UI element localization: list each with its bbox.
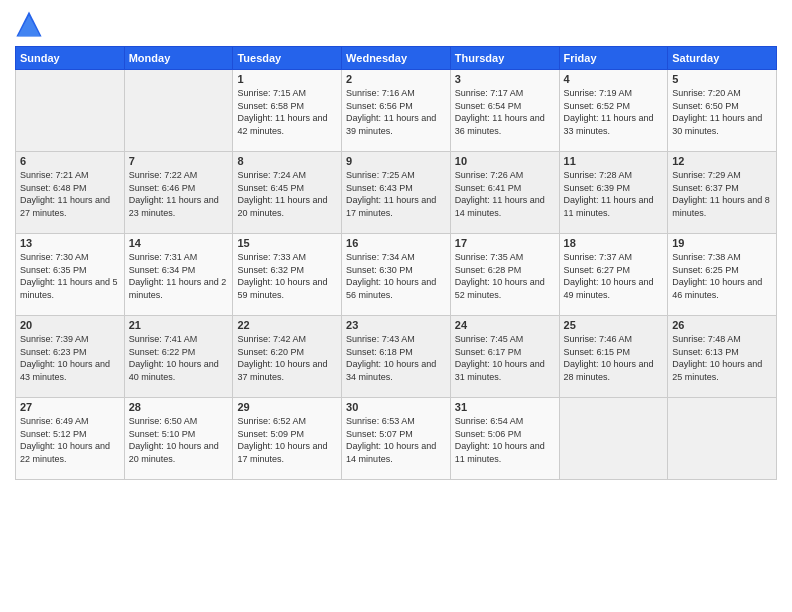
logo-icon xyxy=(15,10,43,38)
calendar-cell: 28Sunrise: 6:50 AM Sunset: 5:10 PM Dayli… xyxy=(124,398,233,480)
day-number: 28 xyxy=(129,401,229,413)
cell-content: Sunrise: 7:48 AM Sunset: 6:13 PM Dayligh… xyxy=(672,333,772,383)
weekday-header-tuesday: Tuesday xyxy=(233,47,342,70)
day-number: 5 xyxy=(672,73,772,85)
calendar-cell: 3Sunrise: 7:17 AM Sunset: 6:54 PM Daylig… xyxy=(450,70,559,152)
calendar-cell: 18Sunrise: 7:37 AM Sunset: 6:27 PM Dayli… xyxy=(559,234,668,316)
calendar-cell: 11Sunrise: 7:28 AM Sunset: 6:39 PM Dayli… xyxy=(559,152,668,234)
weekday-header-wednesday: Wednesday xyxy=(342,47,451,70)
calendar-table: SundayMondayTuesdayWednesdayThursdayFrid… xyxy=(15,46,777,480)
day-number: 11 xyxy=(564,155,664,167)
weekday-row: SundayMondayTuesdayWednesdayThursdayFrid… xyxy=(16,47,777,70)
cell-content: Sunrise: 7:46 AM Sunset: 6:15 PM Dayligh… xyxy=(564,333,664,383)
calendar-week-1: 1Sunrise: 7:15 AM Sunset: 6:58 PM Daylig… xyxy=(16,70,777,152)
calendar-cell: 20Sunrise: 7:39 AM Sunset: 6:23 PM Dayli… xyxy=(16,316,125,398)
day-number: 4 xyxy=(564,73,664,85)
cell-content: Sunrise: 7:37 AM Sunset: 6:27 PM Dayligh… xyxy=(564,251,664,301)
weekday-header-sunday: Sunday xyxy=(16,47,125,70)
calendar-header: SundayMondayTuesdayWednesdayThursdayFrid… xyxy=(16,47,777,70)
calendar-cell: 24Sunrise: 7:45 AM Sunset: 6:17 PM Dayli… xyxy=(450,316,559,398)
calendar-cell xyxy=(559,398,668,480)
day-number: 12 xyxy=(672,155,772,167)
day-number: 22 xyxy=(237,319,337,331)
calendar-cell: 7Sunrise: 7:22 AM Sunset: 6:46 PM Daylig… xyxy=(124,152,233,234)
calendar-cell: 17Sunrise: 7:35 AM Sunset: 6:28 PM Dayli… xyxy=(450,234,559,316)
day-number: 1 xyxy=(237,73,337,85)
day-number: 19 xyxy=(672,237,772,249)
calendar-cell: 1Sunrise: 7:15 AM Sunset: 6:58 PM Daylig… xyxy=(233,70,342,152)
day-number: 10 xyxy=(455,155,555,167)
day-number: 29 xyxy=(237,401,337,413)
weekday-header-thursday: Thursday xyxy=(450,47,559,70)
day-number: 14 xyxy=(129,237,229,249)
calendar-cell: 31Sunrise: 6:54 AM Sunset: 5:06 PM Dayli… xyxy=(450,398,559,480)
calendar-week-5: 27Sunrise: 6:49 AM Sunset: 5:12 PM Dayli… xyxy=(16,398,777,480)
day-number: 30 xyxy=(346,401,446,413)
day-number: 2 xyxy=(346,73,446,85)
weekday-header-monday: Monday xyxy=(124,47,233,70)
day-number: 24 xyxy=(455,319,555,331)
day-number: 8 xyxy=(237,155,337,167)
calendar-cell: 22Sunrise: 7:42 AM Sunset: 6:20 PM Dayli… xyxy=(233,316,342,398)
calendar-cell: 13Sunrise: 7:30 AM Sunset: 6:35 PM Dayli… xyxy=(16,234,125,316)
calendar-cell: 2Sunrise: 7:16 AM Sunset: 6:56 PM Daylig… xyxy=(342,70,451,152)
day-number: 15 xyxy=(237,237,337,249)
cell-content: Sunrise: 7:42 AM Sunset: 6:20 PM Dayligh… xyxy=(237,333,337,383)
calendar-cell: 9Sunrise: 7:25 AM Sunset: 6:43 PM Daylig… xyxy=(342,152,451,234)
weekday-header-friday: Friday xyxy=(559,47,668,70)
cell-content: Sunrise: 6:54 AM Sunset: 5:06 PM Dayligh… xyxy=(455,415,555,465)
cell-content: Sunrise: 7:17 AM Sunset: 6:54 PM Dayligh… xyxy=(455,87,555,137)
cell-content: Sunrise: 6:50 AM Sunset: 5:10 PM Dayligh… xyxy=(129,415,229,465)
calendar-cell: 19Sunrise: 7:38 AM Sunset: 6:25 PM Dayli… xyxy=(668,234,777,316)
day-number: 21 xyxy=(129,319,229,331)
calendar-cell: 6Sunrise: 7:21 AM Sunset: 6:48 PM Daylig… xyxy=(16,152,125,234)
day-number: 26 xyxy=(672,319,772,331)
calendar-cell: 4Sunrise: 7:19 AM Sunset: 6:52 PM Daylig… xyxy=(559,70,668,152)
day-number: 23 xyxy=(346,319,446,331)
calendar-cell: 8Sunrise: 7:24 AM Sunset: 6:45 PM Daylig… xyxy=(233,152,342,234)
day-number: 6 xyxy=(20,155,120,167)
cell-content: Sunrise: 6:53 AM Sunset: 5:07 PM Dayligh… xyxy=(346,415,446,465)
day-number: 31 xyxy=(455,401,555,413)
day-number: 16 xyxy=(346,237,446,249)
calendar-cell: 23Sunrise: 7:43 AM Sunset: 6:18 PM Dayli… xyxy=(342,316,451,398)
calendar-cell: 30Sunrise: 6:53 AM Sunset: 5:07 PM Dayli… xyxy=(342,398,451,480)
page-header xyxy=(15,10,777,38)
calendar-cell: 14Sunrise: 7:31 AM Sunset: 6:34 PM Dayli… xyxy=(124,234,233,316)
calendar-cell: 27Sunrise: 6:49 AM Sunset: 5:12 PM Dayli… xyxy=(16,398,125,480)
cell-content: Sunrise: 7:41 AM Sunset: 6:22 PM Dayligh… xyxy=(129,333,229,383)
calendar-cell: 29Sunrise: 6:52 AM Sunset: 5:09 PM Dayli… xyxy=(233,398,342,480)
calendar-cell: 10Sunrise: 7:26 AM Sunset: 6:41 PM Dayli… xyxy=(450,152,559,234)
calendar-cell xyxy=(668,398,777,480)
calendar-week-2: 6Sunrise: 7:21 AM Sunset: 6:48 PM Daylig… xyxy=(16,152,777,234)
cell-content: Sunrise: 6:49 AM Sunset: 5:12 PM Dayligh… xyxy=(20,415,120,465)
day-number: 9 xyxy=(346,155,446,167)
cell-content: Sunrise: 7:30 AM Sunset: 6:35 PM Dayligh… xyxy=(20,251,120,301)
day-number: 13 xyxy=(20,237,120,249)
svg-marker-1 xyxy=(18,16,40,37)
day-number: 18 xyxy=(564,237,664,249)
calendar-cell: 15Sunrise: 7:33 AM Sunset: 6:32 PM Dayli… xyxy=(233,234,342,316)
cell-content: Sunrise: 7:22 AM Sunset: 6:46 PM Dayligh… xyxy=(129,169,229,219)
calendar-cell: 16Sunrise: 7:34 AM Sunset: 6:30 PM Dayli… xyxy=(342,234,451,316)
calendar-cell: 5Sunrise: 7:20 AM Sunset: 6:50 PM Daylig… xyxy=(668,70,777,152)
cell-content: Sunrise: 7:39 AM Sunset: 6:23 PM Dayligh… xyxy=(20,333,120,383)
cell-content: Sunrise: 7:29 AM Sunset: 6:37 PM Dayligh… xyxy=(672,169,772,219)
cell-content: Sunrise: 7:16 AM Sunset: 6:56 PM Dayligh… xyxy=(346,87,446,137)
calendar-cell: 21Sunrise: 7:41 AM Sunset: 6:22 PM Dayli… xyxy=(124,316,233,398)
cell-content: Sunrise: 7:24 AM Sunset: 6:45 PM Dayligh… xyxy=(237,169,337,219)
calendar-cell: 26Sunrise: 7:48 AM Sunset: 6:13 PM Dayli… xyxy=(668,316,777,398)
day-number: 17 xyxy=(455,237,555,249)
calendar-body: 1Sunrise: 7:15 AM Sunset: 6:58 PM Daylig… xyxy=(16,70,777,480)
cell-content: Sunrise: 7:35 AM Sunset: 6:28 PM Dayligh… xyxy=(455,251,555,301)
cell-content: Sunrise: 7:28 AM Sunset: 6:39 PM Dayligh… xyxy=(564,169,664,219)
cell-content: Sunrise: 7:34 AM Sunset: 6:30 PM Dayligh… xyxy=(346,251,446,301)
cell-content: Sunrise: 7:21 AM Sunset: 6:48 PM Dayligh… xyxy=(20,169,120,219)
cell-content: Sunrise: 7:45 AM Sunset: 6:17 PM Dayligh… xyxy=(455,333,555,383)
calendar-week-4: 20Sunrise: 7:39 AM Sunset: 6:23 PM Dayli… xyxy=(16,316,777,398)
day-number: 27 xyxy=(20,401,120,413)
day-number: 25 xyxy=(564,319,664,331)
cell-content: Sunrise: 7:20 AM Sunset: 6:50 PM Dayligh… xyxy=(672,87,772,137)
day-number: 3 xyxy=(455,73,555,85)
cell-content: Sunrise: 7:43 AM Sunset: 6:18 PM Dayligh… xyxy=(346,333,446,383)
